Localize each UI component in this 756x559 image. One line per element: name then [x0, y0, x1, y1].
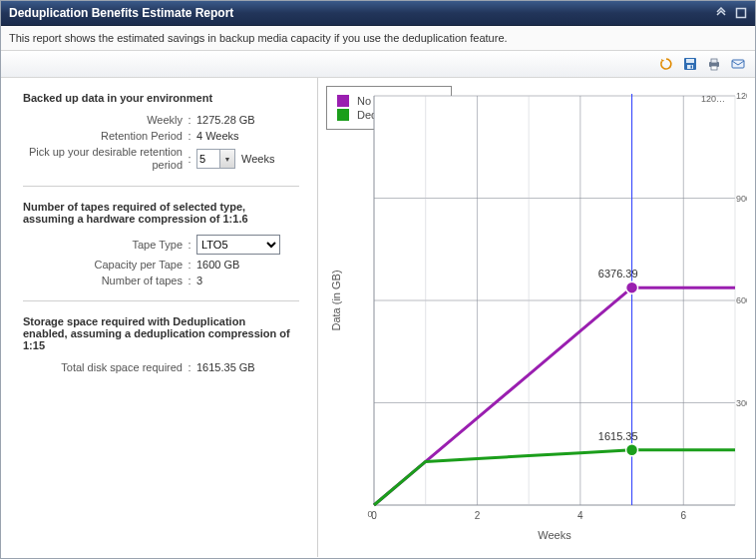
refresh-icon	[658, 56, 674, 72]
retention-unit: Weeks	[241, 153, 274, 165]
total-space-value: 1615.35 GB	[196, 361, 255, 373]
print-icon	[706, 56, 722, 72]
save-icon	[682, 56, 698, 72]
tape-count-label: Number of tapes	[23, 275, 183, 286]
svg-rect-6	[711, 59, 717, 63]
chevron-down-icon[interactable]: ▼	[219, 150, 234, 168]
tapes-section-title: Number of tapes required of selected typ…	[23, 201, 292, 225]
content: Backed up data in your environment Weekl…	[1, 78, 755, 557]
capacity-value: 1600 GB	[196, 259, 239, 271]
svg-rect-2	[686, 59, 694, 63]
capacity-label: Capacity per Tape	[23, 259, 183, 271]
svg-text:6000: 6000	[736, 295, 747, 305]
titlebar: Deduplication Benefits Estimate Report	[1, 1, 755, 26]
svg-rect-3	[687, 65, 693, 69]
svg-text:6: 6	[681, 510, 687, 521]
left-panel: Backed up data in your environment Weekl…	[1, 78, 318, 557]
chart-panel: No Deduplication Deduplication 030006000…	[318, 78, 755, 557]
svg-text:12000: 12000	[736, 91, 747, 101]
retention-value: 4 Weeks	[196, 130, 239, 142]
collapse-icon[interactable]	[713, 5, 729, 21]
svg-text:Weeks: Weeks	[538, 529, 571, 541]
weekly-label: Weekly	[23, 114, 183, 126]
divider	[23, 186, 299, 187]
chart: 0300060009000120000246Data (in GB)Weeks6…	[318, 86, 749, 549]
pick-retention-label: Pick up your desirable retention period	[23, 146, 183, 172]
svg-text:Data (in GB): Data (in GB)	[330, 270, 342, 330]
retention-input[interactable]	[197, 150, 219, 168]
total-space-label: Total disk space required	[23, 361, 183, 373]
toolbar	[1, 51, 755, 78]
svg-text:6376.39: 6376.39	[598, 268, 638, 280]
tape-type-label: Tape Type	[23, 239, 183, 251]
svg-rect-4	[691, 66, 693, 69]
email-icon	[730, 56, 746, 72]
svg-text:4: 4	[577, 510, 583, 521]
dedup-section-title: Storage space required with Deduplicatio…	[23, 315, 292, 351]
weekly-value: 1275.28 GB	[196, 114, 255, 126]
divider	[23, 300, 299, 301]
report-description: This report shows the estimated savings …	[1, 26, 755, 51]
svg-text:0: 0	[371, 510, 377, 521]
maximize-icon[interactable]	[733, 5, 749, 21]
refresh-button[interactable]	[655, 53, 677, 75]
tape-type-select[interactable]: LTO5	[196, 235, 280, 255]
save-button[interactable]	[679, 53, 701, 75]
svg-point-35	[626, 281, 638, 293]
svg-text:120…: 120…	[701, 94, 725, 104]
retention-label: Retention Period	[23, 130, 183, 142]
tape-count-value: 3	[196, 275, 202, 286]
svg-point-37	[626, 444, 638, 456]
backup-section-title: Backed up data in your environment	[23, 92, 299, 104]
email-button[interactable]	[727, 53, 749, 75]
svg-rect-0	[737, 9, 746, 18]
svg-rect-8	[732, 60, 744, 68]
window-title: Deduplication Benefits Estimate Report	[9, 6, 709, 20]
svg-text:1615.35: 1615.35	[598, 430, 638, 442]
svg-rect-7	[711, 66, 717, 70]
svg-text:3000: 3000	[736, 398, 747, 408]
print-button[interactable]	[703, 53, 725, 75]
svg-text:2: 2	[475, 510, 481, 521]
svg-text:9000: 9000	[736, 194, 747, 204]
report-window: Deduplication Benefits Estimate Report T…	[0, 0, 756, 559]
retention-spinner[interactable]: ▼	[196, 149, 235, 169]
